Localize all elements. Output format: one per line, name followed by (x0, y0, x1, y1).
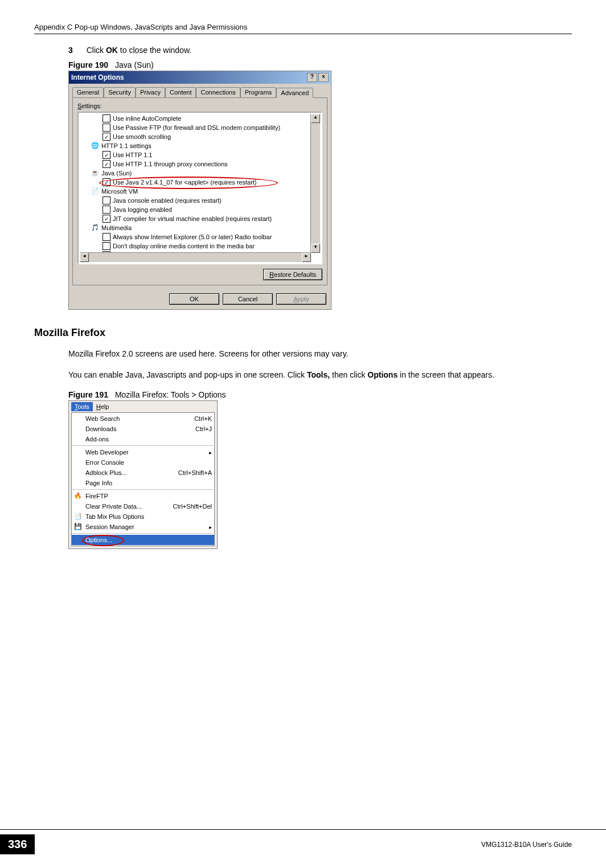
horizontal-scrollbar[interactable]: ◄ ► (80, 252, 311, 262)
dialog-title: Internet Options (71, 73, 124, 81)
ok-button[interactable]: OK (169, 293, 219, 305)
settings-tree[interactable]: Use inline AutoCompleteUse Passive FTP (… (77, 112, 322, 264)
checkbox-icon[interactable] (103, 206, 110, 214)
category-icon: 🌐 (91, 142, 99, 150)
menu-item[interactable]: Options... (72, 535, 214, 545)
category-icon: 🎵 (91, 224, 99, 232)
menu-item[interactable]: Web SearchCtrl+K (72, 413, 214, 424)
tab-general[interactable]: General (72, 87, 104, 97)
tree-item[interactable]: ✓JIT compiler for virtual machine enable… (81, 214, 321, 223)
menu-item-shortcut: Ctrl+Shift+A (178, 469, 212, 476)
tab-content[interactable]: Content (165, 87, 196, 97)
checkbox-icon[interactable] (103, 124, 110, 132)
firefox-tools-menu: Tools Help Web SearchCtrl+KDownloadsCtrl… (68, 400, 218, 549)
checkbox-icon[interactable] (103, 114, 110, 122)
menu-item[interactable]: 💾Session Manager (72, 522, 214, 532)
menu-item-label: Clear Private Data... (85, 503, 142, 510)
tab-advanced[interactable]: Advanced (276, 88, 313, 98)
menu-item-shortcut: Ctrl+K (194, 415, 212, 422)
category-icon: 📄 (91, 187, 99, 195)
tab-connections[interactable]: Connections (196, 87, 240, 97)
scroll-left-icon[interactable]: ◄ (80, 253, 89, 262)
apply-button[interactable]: Apply (276, 293, 326, 305)
tree-item-label: Don't display online media content in th… (113, 243, 255, 249)
tree-item[interactable]: Java console enabled (requires restart) (81, 196, 321, 205)
menu-item[interactable]: 📑Tab Mix Plus Options (72, 511, 214, 522)
menu-item[interactable]: Page Info (72, 478, 214, 488)
tab-programs[interactable]: Programs (240, 87, 277, 97)
menu-item[interactable]: Add-ons (72, 434, 214, 444)
tree-item-label: Java logging enabled (113, 206, 172, 213)
menu-item-label: Error Console (85, 459, 124, 466)
tree-item-label: Use Passive FTP (for firewall and DSL mo… (113, 124, 280, 131)
firefox-menubar: Tools Help (69, 401, 217, 412)
tree-item-label: Use Java 2 v1.4.1_07 for <applet> (requi… (113, 179, 257, 186)
figure-191-caption: Figure 191 Mozilla Firefox: Tools > Opti… (68, 390, 572, 399)
close-button[interactable]: × (318, 73, 329, 82)
cancel-button[interactable]: Cancel (223, 293, 273, 305)
menu-item[interactable]: Error Console (72, 457, 214, 468)
menu-item[interactable]: DownloadsCtrl+J (72, 424, 214, 434)
paragraph-2: You can enable Java, Javascripts and pop… (68, 369, 572, 381)
internet-options-dialog: Internet Options ? × General Security Pr… (68, 71, 331, 310)
tree-item[interactable]: Use Passive FTP (for firewall and DSL mo… (81, 123, 321, 132)
tools-dropdown: Web SearchCtrl+KDownloadsCtrl+JAdd-onsWe… (71, 412, 215, 546)
tree-item[interactable]: ✓Use HTTP 1.1 (81, 150, 321, 159)
checkbox-icon[interactable] (103, 196, 110, 204)
tab-row: General Security Privacy Content Connect… (69, 84, 331, 97)
menu-separator (72, 445, 214, 446)
scroll-down-icon[interactable]: ▼ (311, 244, 320, 253)
menu-item-label: FireFTP (85, 493, 108, 499)
p2-bold2: Options (367, 370, 398, 379)
menu-item-label: Adblock Plus... (85, 469, 127, 476)
tree-category: 🌐HTTP 1.1 settings (81, 141, 321, 150)
tree-item[interactable]: ✓Use smooth scrolling (81, 132, 321, 141)
menubar-tools[interactable]: Tools (71, 402, 93, 411)
advanced-panel: Settings: Use inline AutoCompleteUse Pas… (72, 97, 327, 285)
tree-item[interactable]: ✓Use HTTP 1.1 through proxy connections (81, 159, 321, 169)
checkbox-icon[interactable]: ✓ (103, 160, 110, 168)
tree-item-label: HTTP 1.1 settings (101, 142, 152, 149)
menu-item-label: Add-ons (85, 436, 109, 443)
scroll-up-icon[interactable]: ▲ (311, 114, 320, 123)
tree-item-label: Java console enabled (requires restart) (113, 197, 222, 204)
tree-item[interactable]: Always show Internet Explorer (5.0 or la… (81, 232, 321, 241)
step-3: 3 Click OK to close the window. (68, 46, 572, 55)
menu-item[interactable]: Adblock Plus...Ctrl+Shift+A (72, 468, 214, 478)
tree-item-label: JIT compiler for virtual machine enabled… (113, 215, 272, 222)
tree-item-label: Use smooth scrolling (113, 133, 171, 140)
submenu-arrow-icon (209, 523, 212, 530)
menu-item-label: Tab Mix Plus Options (85, 513, 144, 520)
step-text-bold: OK (106, 46, 118, 55)
menu-separator (72, 489, 214, 490)
tree-item-label: Use inline AutoComplete (113, 115, 181, 122)
vertical-scrollbar[interactable]: ▲ ▼ (310, 114, 320, 253)
tree-item[interactable]: Don't display online media content in th… (81, 241, 321, 251)
checkbox-icon[interactable]: ✓ (103, 178, 110, 186)
restore-defaults-button[interactable]: Restore Defaults (263, 269, 322, 280)
menubar-help[interactable]: Help (93, 402, 113, 411)
menu-item[interactable]: Clear Private Data...Ctrl+Shift+Del (72, 501, 214, 511)
tree-item[interactable]: ✓Use Java 2 v1.4.1_07 for <applet> (requ… (81, 178, 321, 187)
menu-item[interactable]: 🔥FireFTP (72, 491, 214, 501)
tree-item[interactable]: Java logging enabled (81, 205, 321, 214)
checkbox-icon[interactable]: ✓ (103, 215, 110, 223)
page-footer: 336 VMG1312-B10A User's Guide (0, 829, 606, 854)
checkbox-icon[interactable] (103, 242, 110, 250)
tree-item[interactable]: Use inline AutoComplete (81, 114, 321, 123)
step-text-pre: Click (87, 46, 106, 55)
p2-bold1: Tools, (307, 370, 330, 379)
menu-item[interactable]: Web Developer (72, 447, 214, 457)
figure-number-191: Figure 191 (68, 390, 108, 399)
page-number: 336 (0, 834, 35, 854)
help-button[interactable]: ? (307, 73, 317, 82)
menu-item-label: Web Search (85, 415, 120, 422)
tab-privacy[interactable]: Privacy (136, 87, 165, 97)
checkbox-icon[interactable]: ✓ (103, 133, 110, 141)
menu-item-shortcut: Ctrl+Shift+Del (173, 503, 212, 510)
menu-item-icon: 🔥 (74, 492, 82, 500)
checkbox-icon[interactable]: ✓ (103, 151, 110, 159)
tab-security[interactable]: Security (104, 87, 136, 97)
checkbox-icon[interactable] (103, 233, 110, 241)
scroll-right-icon[interactable]: ► (302, 253, 311, 262)
